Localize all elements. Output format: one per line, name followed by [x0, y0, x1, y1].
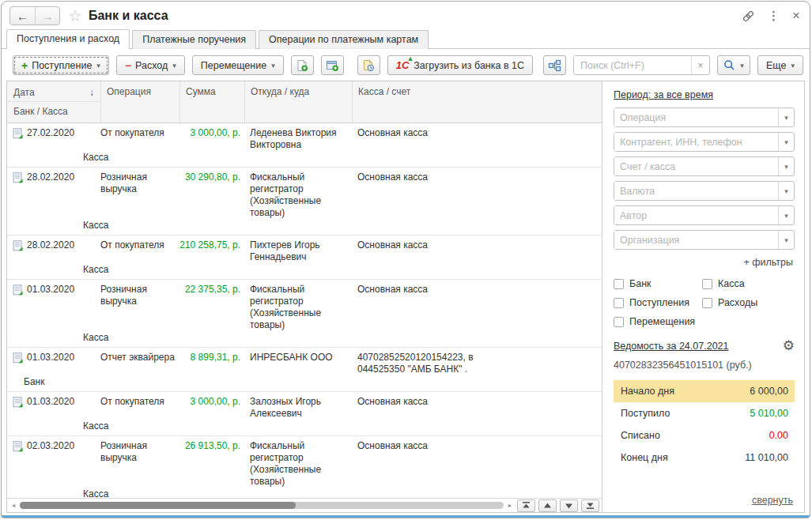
summary-value: 6 000,00 [750, 386, 788, 397]
tab-card-operations[interactable]: Операции по платежным картам [259, 30, 429, 49]
back-button[interactable]: ← [10, 7, 35, 24]
scroll-right-icon[interactable]: ► [506, 503, 514, 508]
more-actions-label: Еще [766, 60, 786, 71]
minus-icon: − [125, 59, 131, 72]
get-link-button[interactable] [742, 9, 755, 23]
checkbox-expenses[interactable]: Расходы [702, 297, 795, 308]
table-row[interactable]: 02.03.2020 Розничная выручка 26 913,50, … [7, 436, 602, 498]
new-document-button[interactable] [291, 55, 314, 75]
related-documents-button[interactable] [543, 55, 566, 75]
transfer-button[interactable]: Перемещение ▾ [192, 55, 284, 75]
column-header-sum[interactable]: Сумма [179, 81, 244, 122]
go-up-button[interactable] [538, 499, 557, 512]
table-row[interactable]: 27.02.2020 От покупателя 3 000,00, р. Ле… [7, 123, 602, 168]
dropdown-button[interactable]: ▾ [778, 108, 794, 126]
table-row[interactable]: 01.03.2020 От покупателя 3 000,00, р. За… [7, 392, 602, 436]
dropdown-button[interactable]: ▾ [778, 157, 794, 175]
filter-currency-input[interactable] [614, 182, 778, 200]
row-from-to: Пихтерев Игорь Геннадьевич [244, 239, 352, 263]
period-link[interactable]: Период: за все время [614, 89, 795, 100]
new-cash-register-button[interactable] [321, 55, 344, 75]
row-from-to: Леденева Виктория Викторовна [244, 127, 352, 151]
go-last-button[interactable] [581, 499, 599, 512]
column-header-from-to[interactable]: Откуда / куда [244, 81, 352, 122]
row-operation: Отчет эквайрера [100, 352, 179, 375]
filter-account-input[interactable] [614, 157, 778, 175]
row-account: Основная касса [352, 440, 602, 488]
dropdown-button[interactable]: ▾ [778, 206, 794, 224]
forward-button[interactable]: → [35, 7, 59, 24]
row-amount: 210 258,75, р. [179, 239, 244, 263]
summary-value: 5 010,00 [750, 408, 788, 419]
filter-author-input[interactable] [614, 206, 778, 224]
column-header-account[interactable]: Касса / счет [352, 81, 602, 122]
go-down-button[interactable] [560, 499, 578, 512]
posted-document-icon [13, 240, 23, 251]
checkbox-bank[interactable]: Банк [614, 278, 702, 289]
tab-receipts-expense[interactable]: Поступления и расход [6, 29, 130, 49]
summary-row-written-off: Списано 0.00 [614, 424, 795, 447]
posted-document-icon [13, 284, 23, 296]
statement-link[interactable]: Ведомость за 24.07.2021 [614, 341, 728, 352]
summary-label: Начало дня [621, 386, 674, 397]
up-icon [543, 503, 552, 509]
chevron-down-icon: ▾ [784, 114, 788, 122]
filter-organization-input[interactable] [614, 231, 778, 249]
posted-document-icon [13, 397, 23, 408]
checkbox-icon [614, 298, 624, 308]
load-from-bank-button[interactable]: 1С▲ Загрузить из банка в 1С [387, 55, 533, 75]
toolbar: + Поступление ▾ − Расход ▾ Перемещение ▾ [2, 49, 810, 81]
collapse-link[interactable]: свернуть [614, 492, 795, 507]
row-group-label: Касса [7, 151, 602, 164]
table-row[interactable]: 28.02.2020 Розничная выручка 30 290,80, … [7, 168, 602, 236]
checkbox-transfers[interactable]: Перемещения [614, 316, 702, 327]
scroll-left-icon[interactable]: ◄ [9, 503, 17, 508]
row-group-label: Касса [7, 331, 602, 344]
dropdown-button[interactable]: ▾ [778, 182, 794, 200]
expense-button[interactable]: − Расход ▾ [116, 55, 185, 75]
posted-document-icon [13, 352, 23, 364]
row-from-to: Фискальный регистратор (Хозяйственные то… [244, 171, 352, 219]
column-header-bank-kassa[interactable]: Банк / Касса [7, 102, 100, 122]
summary-row-day-start: Начало дня 6 000,00 [614, 380, 795, 402]
posted-document-icon [13, 128, 23, 139]
favorite-star-icon[interactable]: ☆ [68, 8, 82, 24]
more-actions-button[interactable]: Еще ▾ [757, 55, 803, 75]
search-clear-button[interactable]: × [691, 56, 709, 74]
column-header-operation[interactable]: Операция [100, 81, 179, 122]
load-from-bank-label: Загрузить из банка в 1С [414, 60, 524, 71]
checkbox-receipts[interactable]: Поступления [614, 297, 702, 308]
row-account: 40702852520120154223, в 044525350 "АМБ Б… [352, 352, 602, 375]
onec-logo-icon: 1С▲ [396, 60, 410, 70]
tab-payment-orders[interactable]: Платежные поручения [132, 30, 256, 49]
table-row[interactable]: 28.02.2020 От покупателя 210 258,75, р. … [7, 236, 602, 280]
scrollbar-track[interactable] [20, 502, 504, 509]
search-options-button[interactable]: ▾ [717, 55, 750, 75]
add-filters-link[interactable]: + фильтры [614, 257, 793, 268]
search-input[interactable] [574, 56, 691, 74]
receipt-button[interactable]: + Поступление ▾ [13, 55, 109, 75]
row-from-to: Фискальный регистратор (Хозяйственные то… [244, 440, 352, 488]
table-row[interactable]: 01.03.2020 Отчет эквайрера 8 899,31, р. … [7, 348, 602, 392]
checkbox-label: Расходы [718, 297, 757, 308]
dropdown-button[interactable]: ▾ [778, 133, 794, 151]
filter-panel: Период: за все время ▾ ▾ ▾ ▾ ▾ [602, 81, 804, 512]
filter-operation-input[interactable] [614, 108, 778, 126]
filter-counterparty-input[interactable] [614, 133, 778, 151]
more-menu-button[interactable]: ⋮ [768, 9, 780, 23]
scrollbar-thumb[interactable] [20, 502, 296, 509]
table-row[interactable]: 01.03.2020 Розничная выручка 22 375,35, … [7, 280, 602, 348]
horizontal-scrollbar: ◄ ► [7, 498, 602, 512]
close-button[interactable]: × [792, 8, 800, 24]
go-first-button[interactable] [517, 499, 535, 512]
checkbox-kassa[interactable]: Касса [702, 278, 795, 289]
row-date: 28.02.2020 [27, 171, 74, 183]
deferred-document-button[interactable] [357, 55, 380, 75]
row-date: 28.02.2020 [27, 239, 74, 251]
row-operation: Розничная выручка [100, 171, 179, 219]
dropdown-button[interactable]: ▾ [778, 231, 794, 249]
gear-icon[interactable]: ⚙ [783, 339, 795, 352]
column-header-date[interactable]: Дата ↓ [7, 81, 100, 102]
last-row-icon [586, 502, 595, 509]
active-window-accent [2, 515, 810, 518]
